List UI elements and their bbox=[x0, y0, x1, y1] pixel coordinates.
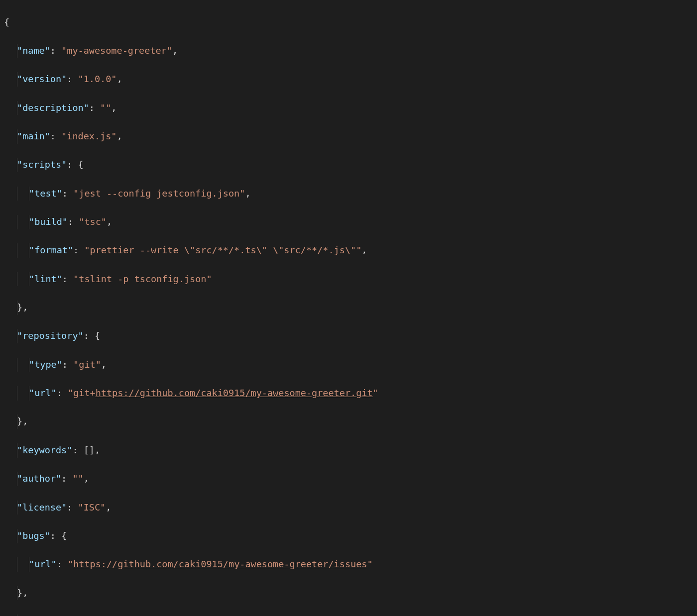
repository-url-link[interactable]: https://github.com/caki0915/my-awesome-g… bbox=[96, 388, 373, 398]
code-line: "build": "tsc", bbox=[2, 215, 697, 229]
code-line: "scripts": { bbox=[2, 158, 697, 172]
code-line: "url": "https://github.com/caki0915/my-a… bbox=[2, 557, 697, 572]
code-line: { bbox=[2, 15, 697, 30]
code-line: "keywords": [], bbox=[2, 443, 697, 458]
code-line: }, bbox=[2, 301, 697, 315]
code-line: "license": "ISC", bbox=[2, 501, 697, 515]
code-line: "description": "", bbox=[2, 101, 697, 115]
code-line: "main": "index.js", bbox=[2, 129, 697, 144]
code-line: "lint": "tslint -p tsconfig.json" bbox=[2, 272, 697, 287]
code-line: "author": "", bbox=[2, 472, 697, 486]
code-line: "version": "1.0.0", bbox=[2, 72, 697, 87]
code-line: "bugs": { bbox=[2, 529, 697, 543]
code-line: "format": "prettier --write \"src/**/*.t… bbox=[2, 243, 697, 258]
code-editor[interactable]: { "name": "my-awesome-greeter", "version… bbox=[2, 1, 697, 616]
code-line: "test": "jest --config jestconfig.json", bbox=[2, 187, 697, 201]
code-line: "name": "my-awesome-greeter", bbox=[2, 44, 697, 58]
code-line: "repository": { bbox=[2, 329, 697, 343]
bugs-url-link[interactable]: https://github.com/caki0915/my-awesome-g… bbox=[73, 559, 367, 569]
code-line: "type": "git", bbox=[2, 358, 697, 372]
code-line: "url": "git+https://github.com/caki0915/… bbox=[2, 386, 697, 401]
code-line: }, bbox=[2, 414, 697, 429]
code-line: }, bbox=[2, 586, 697, 601]
